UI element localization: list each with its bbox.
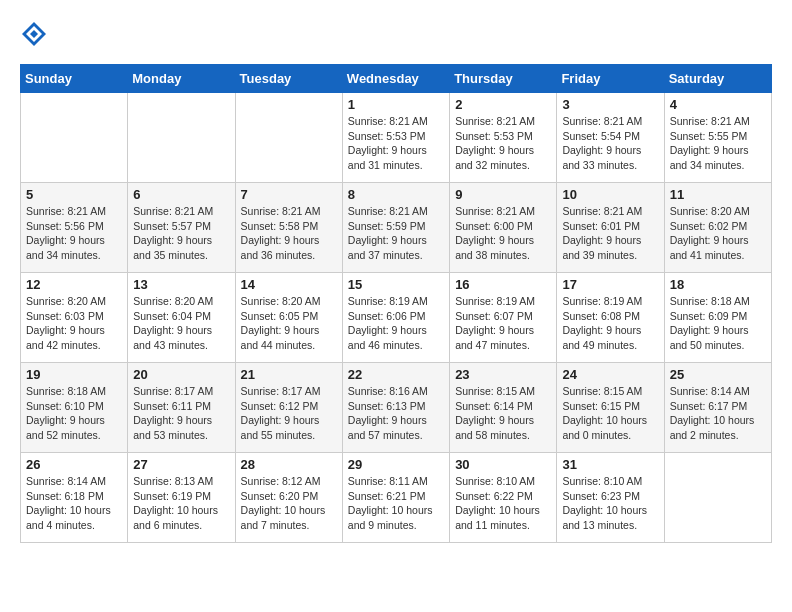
day-number: 9 — [455, 187, 551, 202]
day-number: 19 — [26, 367, 122, 382]
day-info: Sunrise: 8:10 AM Sunset: 6:23 PM Dayligh… — [562, 474, 658, 533]
calendar-cell: 30Sunrise: 8:10 AM Sunset: 6:22 PM Dayli… — [450, 453, 557, 543]
day-info: Sunrise: 8:12 AM Sunset: 6:20 PM Dayligh… — [241, 474, 337, 533]
calendar-cell — [664, 453, 771, 543]
calendar-cell: 19Sunrise: 8:18 AM Sunset: 6:10 PM Dayli… — [21, 363, 128, 453]
calendar-cell: 21Sunrise: 8:17 AM Sunset: 6:12 PM Dayli… — [235, 363, 342, 453]
logo — [20, 20, 52, 48]
calendar-cell: 4Sunrise: 8:21 AM Sunset: 5:55 PM Daylig… — [664, 93, 771, 183]
day-number: 7 — [241, 187, 337, 202]
calendar-cell: 8Sunrise: 8:21 AM Sunset: 5:59 PM Daylig… — [342, 183, 449, 273]
calendar-cell: 11Sunrise: 8:20 AM Sunset: 6:02 PM Dayli… — [664, 183, 771, 273]
calendar-cell: 27Sunrise: 8:13 AM Sunset: 6:19 PM Dayli… — [128, 453, 235, 543]
day-number: 29 — [348, 457, 444, 472]
day-number: 13 — [133, 277, 229, 292]
calendar-cell: 18Sunrise: 8:18 AM Sunset: 6:09 PM Dayli… — [664, 273, 771, 363]
day-number: 3 — [562, 97, 658, 112]
calendar-cell: 25Sunrise: 8:14 AM Sunset: 6:17 PM Dayli… — [664, 363, 771, 453]
day-number: 31 — [562, 457, 658, 472]
day-info: Sunrise: 8:14 AM Sunset: 6:17 PM Dayligh… — [670, 384, 766, 443]
calendar-cell: 28Sunrise: 8:12 AM Sunset: 6:20 PM Dayli… — [235, 453, 342, 543]
day-number: 6 — [133, 187, 229, 202]
day-number: 10 — [562, 187, 658, 202]
day-number: 25 — [670, 367, 766, 382]
weekday-header-wednesday: Wednesday — [342, 65, 449, 93]
calendar-cell — [235, 93, 342, 183]
calendar-cell — [21, 93, 128, 183]
day-info: Sunrise: 8:21 AM Sunset: 5:58 PM Dayligh… — [241, 204, 337, 263]
weekday-header-friday: Friday — [557, 65, 664, 93]
calendar-cell: 7Sunrise: 8:21 AM Sunset: 5:58 PM Daylig… — [235, 183, 342, 273]
calendar-week-row: 12Sunrise: 8:20 AM Sunset: 6:03 PM Dayli… — [21, 273, 772, 363]
day-number: 8 — [348, 187, 444, 202]
day-info: Sunrise: 8:15 AM Sunset: 6:15 PM Dayligh… — [562, 384, 658, 443]
calendar-cell: 5Sunrise: 8:21 AM Sunset: 5:56 PM Daylig… — [21, 183, 128, 273]
weekday-header-monday: Monday — [128, 65, 235, 93]
calendar-cell: 17Sunrise: 8:19 AM Sunset: 6:08 PM Dayli… — [557, 273, 664, 363]
calendar-cell: 15Sunrise: 8:19 AM Sunset: 6:06 PM Dayli… — [342, 273, 449, 363]
day-number: 21 — [241, 367, 337, 382]
calendar-week-row: 5Sunrise: 8:21 AM Sunset: 5:56 PM Daylig… — [21, 183, 772, 273]
day-number: 5 — [26, 187, 122, 202]
calendar-week-row: 19Sunrise: 8:18 AM Sunset: 6:10 PM Dayli… — [21, 363, 772, 453]
day-number: 12 — [26, 277, 122, 292]
calendar-cell — [128, 93, 235, 183]
calendar-cell: 10Sunrise: 8:21 AM Sunset: 6:01 PM Dayli… — [557, 183, 664, 273]
calendar-cell: 22Sunrise: 8:16 AM Sunset: 6:13 PM Dayli… — [342, 363, 449, 453]
day-info: Sunrise: 8:18 AM Sunset: 6:09 PM Dayligh… — [670, 294, 766, 353]
weekday-header-saturday: Saturday — [664, 65, 771, 93]
calendar-cell: 20Sunrise: 8:17 AM Sunset: 6:11 PM Dayli… — [128, 363, 235, 453]
calendar-cell: 3Sunrise: 8:21 AM Sunset: 5:54 PM Daylig… — [557, 93, 664, 183]
day-info: Sunrise: 8:17 AM Sunset: 6:12 PM Dayligh… — [241, 384, 337, 443]
day-info: Sunrise: 8:19 AM Sunset: 6:07 PM Dayligh… — [455, 294, 551, 353]
day-info: Sunrise: 8:13 AM Sunset: 6:19 PM Dayligh… — [133, 474, 229, 533]
day-info: Sunrise: 8:21 AM Sunset: 5:59 PM Dayligh… — [348, 204, 444, 263]
day-info: Sunrise: 8:18 AM Sunset: 6:10 PM Dayligh… — [26, 384, 122, 443]
day-info: Sunrise: 8:17 AM Sunset: 6:11 PM Dayligh… — [133, 384, 229, 443]
day-number: 28 — [241, 457, 337, 472]
calendar-cell: 23Sunrise: 8:15 AM Sunset: 6:14 PM Dayli… — [450, 363, 557, 453]
day-number: 20 — [133, 367, 229, 382]
calendar-week-row: 26Sunrise: 8:14 AM Sunset: 6:18 PM Dayli… — [21, 453, 772, 543]
day-number: 14 — [241, 277, 337, 292]
calendar-header: SundayMondayTuesdayWednesdayThursdayFrid… — [21, 65, 772, 93]
day-info: Sunrise: 8:20 AM Sunset: 6:03 PM Dayligh… — [26, 294, 122, 353]
day-info: Sunrise: 8:21 AM Sunset: 5:55 PM Dayligh… — [670, 114, 766, 173]
day-info: Sunrise: 8:21 AM Sunset: 6:00 PM Dayligh… — [455, 204, 551, 263]
calendar-cell: 2Sunrise: 8:21 AM Sunset: 5:53 PM Daylig… — [450, 93, 557, 183]
weekday-header-thursday: Thursday — [450, 65, 557, 93]
day-info: Sunrise: 8:10 AM Sunset: 6:22 PM Dayligh… — [455, 474, 551, 533]
day-number: 18 — [670, 277, 766, 292]
day-number: 24 — [562, 367, 658, 382]
day-info: Sunrise: 8:21 AM Sunset: 5:56 PM Dayligh… — [26, 204, 122, 263]
day-number: 16 — [455, 277, 551, 292]
day-info: Sunrise: 8:11 AM Sunset: 6:21 PM Dayligh… — [348, 474, 444, 533]
day-number: 30 — [455, 457, 551, 472]
day-number: 27 — [133, 457, 229, 472]
calendar-cell: 26Sunrise: 8:14 AM Sunset: 6:18 PM Dayli… — [21, 453, 128, 543]
day-number: 22 — [348, 367, 444, 382]
day-info: Sunrise: 8:15 AM Sunset: 6:14 PM Dayligh… — [455, 384, 551, 443]
calendar-table: SundayMondayTuesdayWednesdayThursdayFrid… — [20, 64, 772, 543]
day-info: Sunrise: 8:20 AM Sunset: 6:04 PM Dayligh… — [133, 294, 229, 353]
weekday-header-tuesday: Tuesday — [235, 65, 342, 93]
weekday-header-sunday: Sunday — [21, 65, 128, 93]
day-info: Sunrise: 8:20 AM Sunset: 6:02 PM Dayligh… — [670, 204, 766, 263]
day-info: Sunrise: 8:20 AM Sunset: 6:05 PM Dayligh… — [241, 294, 337, 353]
calendar-cell: 24Sunrise: 8:15 AM Sunset: 6:15 PM Dayli… — [557, 363, 664, 453]
day-info: Sunrise: 8:21 AM Sunset: 5:53 PM Dayligh… — [455, 114, 551, 173]
calendar-cell: 29Sunrise: 8:11 AM Sunset: 6:21 PM Dayli… — [342, 453, 449, 543]
calendar-cell: 31Sunrise: 8:10 AM Sunset: 6:23 PM Dayli… — [557, 453, 664, 543]
day-info: Sunrise: 8:21 AM Sunset: 5:53 PM Dayligh… — [348, 114, 444, 173]
logo-icon — [20, 20, 48, 48]
day-number: 11 — [670, 187, 766, 202]
day-info: Sunrise: 8:19 AM Sunset: 6:06 PM Dayligh… — [348, 294, 444, 353]
day-number: 2 — [455, 97, 551, 112]
calendar-cell: 12Sunrise: 8:20 AM Sunset: 6:03 PM Dayli… — [21, 273, 128, 363]
day-info: Sunrise: 8:14 AM Sunset: 6:18 PM Dayligh… — [26, 474, 122, 533]
day-number: 4 — [670, 97, 766, 112]
calendar-cell: 14Sunrise: 8:20 AM Sunset: 6:05 PM Dayli… — [235, 273, 342, 363]
calendar-body: 1Sunrise: 8:21 AM Sunset: 5:53 PM Daylig… — [21, 93, 772, 543]
day-number: 15 — [348, 277, 444, 292]
calendar-cell: 16Sunrise: 8:19 AM Sunset: 6:07 PM Dayli… — [450, 273, 557, 363]
